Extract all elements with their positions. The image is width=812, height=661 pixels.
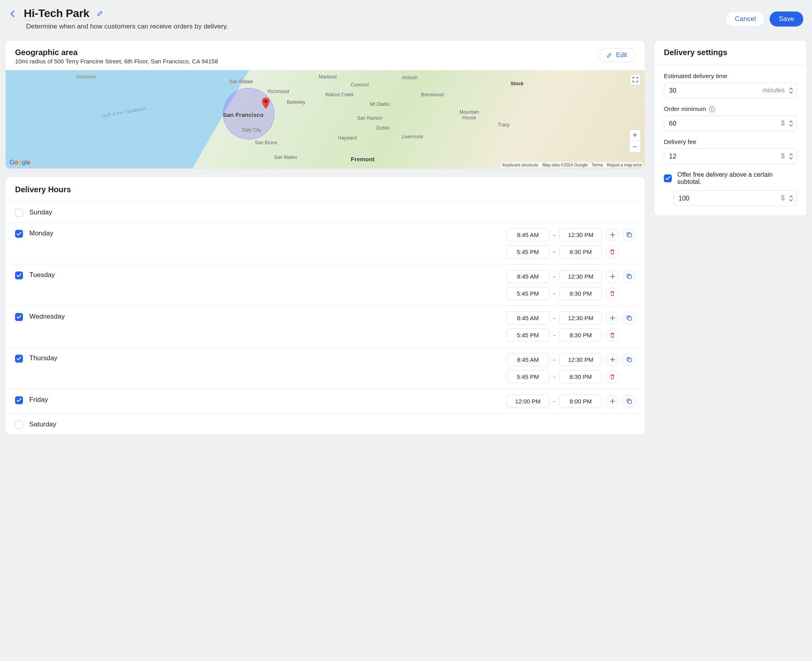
time-end-input[interactable]: [559, 270, 602, 283]
info-icon[interactable]: i: [709, 106, 715, 112]
svg-rect-5: [628, 400, 631, 403]
day-label: Wednesday: [29, 311, 89, 321]
time-end-input[interactable]: [559, 353, 602, 366]
time-start-input[interactable]: [507, 287, 549, 300]
time-start-input[interactable]: [507, 329, 549, 342]
map-label: Mountain House: [459, 109, 479, 120]
time-end-input[interactable]: [559, 395, 602, 408]
day-label: Tuesday: [29, 270, 89, 279]
day-label: Monday: [29, 228, 89, 237]
delivery-fee-input[interactable]: [669, 153, 781, 160]
delivery-settings-card: Delivery settings Estimated delivery tim…: [654, 41, 806, 216]
map-label: San Francisco: [223, 111, 264, 118]
copy-slot-button[interactable]: [623, 353, 635, 366]
day-row-saturday: Saturday: [6, 413, 645, 434]
delete-slot-button[interactable]: [606, 329, 619, 342]
map-label: San Ramon: [357, 115, 382, 121]
time-end-input[interactable]: [559, 370, 602, 383]
time-start-input[interactable]: [507, 228, 549, 241]
free-delivery-threshold-input[interactable]: [679, 195, 781, 202]
time-start-input[interactable]: [507, 270, 549, 283]
delete-slot-button[interactable]: [606, 246, 619, 258]
copy-icon: [627, 232, 632, 237]
save-button[interactable]: Save: [770, 11, 803, 27]
currency-label: $: [781, 120, 785, 127]
map-report-link[interactable]: Report a map error: [607, 162, 642, 167]
add-slot-button[interactable]: [606, 353, 619, 366]
day-checkbox-saturday[interactable]: [15, 421, 23, 429]
copy-slot-button[interactable]: [623, 229, 635, 241]
map-keyboard-shortcuts-link[interactable]: Keyboard shortcuts: [503, 162, 538, 167]
estimated-time-input[interactable]: [669, 87, 762, 94]
chevron-down-icon: [789, 91, 793, 94]
day-checkbox-monday[interactable]: [15, 230, 23, 238]
add-slot-button[interactable]: [606, 395, 619, 408]
day-checkbox-friday[interactable]: [15, 396, 23, 404]
time-start-input[interactable]: [507, 370, 549, 383]
currency-label: $: [781, 195, 785, 202]
map-terms-link[interactable]: Terms: [592, 162, 603, 167]
time-end-input[interactable]: [559, 228, 602, 241]
time-end-input[interactable]: [559, 245, 602, 258]
map-label: Antioch: [402, 75, 418, 80]
day-checkbox-wednesday[interactable]: [15, 313, 23, 321]
day-label: Thursday: [29, 353, 89, 362]
time-start-input[interactable]: [507, 311, 549, 325]
chevron-down-icon: [789, 124, 793, 126]
page-subtitle: Determine when and how customers can rec…: [26, 23, 228, 31]
day-label: Friday: [29, 395, 89, 404]
geo-title: Geographic area: [15, 48, 218, 57]
time-end-input[interactable]: [559, 311, 602, 325]
map-pin-icon: [261, 97, 269, 109]
edit-geo-button[interactable]: Edit: [598, 48, 635, 62]
copy-slot-button[interactable]: [623, 270, 635, 283]
time-end-input[interactable]: [559, 287, 602, 300]
map-label: Daly City: [242, 127, 261, 133]
add-slot-button[interactable]: [606, 229, 619, 241]
stepper-down-button[interactable]: [789, 198, 793, 202]
delete-slot-button[interactable]: [606, 287, 619, 300]
day-row-sunday: Sunday: [6, 201, 645, 222]
cancel-button[interactable]: Cancel: [726, 11, 765, 27]
map-zoom-out-button[interactable]: −: [629, 141, 640, 152]
order-minimum-input[interactable]: [669, 120, 781, 127]
back-button[interactable]: [8, 10, 17, 18]
delivery-settings-title: Delivery settings: [654, 41, 806, 65]
edit-title-icon[interactable]: [97, 10, 104, 18]
time-end-input[interactable]: [559, 329, 602, 342]
field-order-minimum: Order minimum i $: [664, 105, 797, 131]
map[interactable]: Seashore Gulf of the Farallones San Rafa…: [6, 70, 645, 168]
trash-icon: [610, 249, 615, 254]
delete-slot-button[interactable]: [606, 371, 619, 383]
day-checkbox-thursday[interactable]: [15, 355, 23, 363]
add-slot-button[interactable]: [606, 312, 619, 325]
map-label: Concord: [351, 82, 369, 88]
day-label: Saturday: [29, 419, 89, 428]
copy-slot-button[interactable]: [623, 312, 635, 325]
page-title[interactable]: Hi-Tech Park: [24, 7, 90, 20]
time-start-input[interactable]: [507, 245, 549, 258]
map-copyright: Map data ©2024 Google: [542, 162, 588, 167]
map-label: Tracy: [498, 122, 510, 128]
stepper-down-button[interactable]: [789, 156, 793, 160]
chevron-down-icon: [789, 157, 793, 159]
stepper-down-button[interactable]: [789, 123, 793, 127]
time-start-input[interactable]: [507, 353, 549, 366]
free-delivery-checkbox[interactable]: [664, 174, 672, 182]
map-label: Richmond: [268, 89, 289, 94]
map-zoom-in-button[interactable]: +: [629, 130, 640, 141]
stepper-up-button[interactable]: [789, 195, 793, 198]
time-start-input[interactable]: [507, 395, 549, 408]
copy-icon: [627, 315, 632, 321]
delivery-hours-card: Delivery Hours Sunday Monday -: [6, 177, 645, 434]
stepper-down-button[interactable]: [789, 90, 793, 94]
copy-icon: [627, 399, 632, 404]
copy-slot-button[interactable]: [623, 395, 635, 408]
stepper-up-button[interactable]: [789, 120, 793, 123]
stepper-up-button[interactable]: [789, 87, 793, 90]
day-checkbox-sunday[interactable]: [15, 209, 23, 217]
stepper-up-button[interactable]: [789, 153, 793, 156]
add-slot-button[interactable]: [606, 270, 619, 283]
day-checkbox-tuesday[interactable]: [15, 271, 23, 279]
map-fullscreen-button[interactable]: [630, 74, 641, 85]
